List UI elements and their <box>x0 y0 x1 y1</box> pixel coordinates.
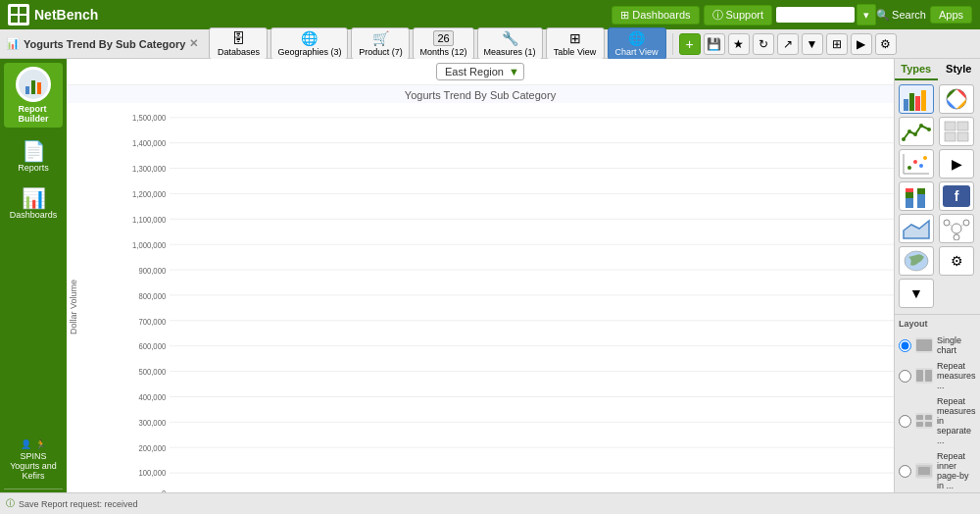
svg-text:1,400,000: 1,400,000 <box>132 137 166 148</box>
svg-line-165 <box>961 225 963 226</box>
measures-icon: 🔧 <box>502 30 518 46</box>
svg-rect-156 <box>906 188 913 192</box>
color-wheel-icon[interactable] <box>939 84 974 114</box>
region-dropdown[interactable]: East Region ▼ <box>436 63 524 80</box>
dashboards-btn[interactable]: ⊞ Dashboards <box>612 6 699 25</box>
svg-text:1,200,000: 1,200,000 <box>132 188 166 199</box>
save-btn[interactable]: 💾 <box>704 33 725 55</box>
search-input[interactable] <box>776 7 855 23</box>
facebook-icon[interactable]: f <box>939 181 974 211</box>
sidebar-item-dashboards[interactable]: 📊 Dashboards <box>4 180 63 226</box>
tab-chart-view[interactable]: 🌐 Chart View <box>608 27 666 60</box>
chevron-down-icon[interactable]: ▼ <box>899 279 934 308</box>
svg-rect-148 <box>945 132 956 141</box>
star-btn[interactable]: ★ <box>728 33 750 55</box>
tab-style[interactable]: Style <box>938 59 981 80</box>
toolbar-separator <box>672 33 673 55</box>
svg-rect-172 <box>925 415 932 420</box>
chart-type-icons: ▶ f <box>895 80 980 312</box>
chart-area: East Region ▼ Yogurts Trend By Sub Categ… <box>67 59 894 514</box>
bar-chart-icon[interactable] <box>899 84 934 114</box>
region-dropdown-arrow: ▼ <box>509 66 519 77</box>
chart-header: East Region ▼ <box>67 59 894 85</box>
svg-rect-147 <box>957 122 968 130</box>
sidebar-item-spins[interactable]: 👤 🏃 SPINSYogurts andKefirs <box>4 434 63 487</box>
map-icon[interactable] <box>899 246 934 276</box>
svg-rect-1 <box>20 7 26 14</box>
layout-repeat-inner[interactable]: Repeat inner page-by in ... <box>895 448 980 493</box>
svg-rect-168 <box>916 339 932 351</box>
tab-table-view[interactable]: ⊞ Table View <box>546 27 605 60</box>
grid-chart-icon[interactable] <box>939 117 974 146</box>
geographies-icon: 🌐 <box>301 30 318 46</box>
apps-btn[interactable]: Apps <box>930 6 972 24</box>
area-chart-icon[interactable] <box>899 214 934 243</box>
tab-months[interactable]: 26 Months (12) <box>413 27 473 60</box>
tab-chart-view-label: Chart View <box>615 47 659 57</box>
svg-rect-5 <box>25 86 29 94</box>
layout-single[interactable]: Single chart <box>895 333 980 358</box>
svg-rect-149 <box>957 132 968 141</box>
layout-repeat-separate-radio[interactable] <box>899 415 911 428</box>
refresh-btn[interactable]: ↻ <box>753 33 774 55</box>
logo-icon <box>8 4 29 26</box>
dashboards-label: Dashboards <box>632 9 690 21</box>
play-btn[interactable]: ▶ <box>851 33 872 55</box>
search-icon: 🔍 <box>876 9 890 22</box>
svg-point-141 <box>902 137 906 141</box>
svg-text:300,000: 300,000 <box>138 417 166 428</box>
tab-product[interactable]: 🛒 Product (7) <box>351 27 410 60</box>
svg-point-160 <box>952 224 961 233</box>
layout-repeat-inner-label: Repeat inner page-by in ... <box>937 451 976 490</box>
tab-table-view-label: Table View <box>554 47 596 57</box>
tab-types[interactable]: Types <box>895 59 938 80</box>
svg-text:100,000: 100,000 <box>138 467 166 478</box>
svg-rect-146 <box>945 122 956 130</box>
top-navigation: NetBench ⊞ Dashboards ⓘ Support ▾ 🔍 Sear… <box>0 0 980 29</box>
dashboards-sidebar-label: Dashboards <box>10 210 58 220</box>
search-button[interactable]: 🔍 Search <box>876 9 926 22</box>
layout-single-radio[interactable] <box>899 339 911 352</box>
close-icon[interactable]: ✕ <box>189 37 198 50</box>
layout-repeat-measures-radio[interactable] <box>899 370 911 383</box>
svg-point-144 <box>919 124 923 128</box>
scatter-chart-icon[interactable] <box>899 149 934 179</box>
report-builder-icon <box>16 67 51 102</box>
layout-repeat-separate[interactable]: Repeat measures in separate ... <box>895 393 980 448</box>
layout-repeat-inner-radio[interactable] <box>899 465 911 478</box>
tab-databases[interactable]: 🗄 Databases <box>209 27 268 60</box>
chevron-right-icon[interactable]: ▶ <box>939 149 974 179</box>
search-label: Search <box>892 9 926 21</box>
layout-repeat-inner-icon <box>915 463 933 479</box>
support-btn[interactable]: ⓘ Support <box>704 5 773 26</box>
app-logo: NetBench <box>8 4 98 26</box>
grid-btn[interactable]: ⊞ <box>826 33 848 55</box>
filter-btn[interactable]: ▼ <box>802 33 823 55</box>
share-btn[interactable]: ↗ <box>777 33 799 55</box>
settings-btn[interactable]: ⚙ <box>875 33 897 55</box>
search-dropdown[interactable]: ▾ <box>857 4 876 26</box>
add-btn[interactable]: + <box>679 33 701 55</box>
svg-text:900,000: 900,000 <box>138 265 166 276</box>
svg-point-152 <box>919 164 923 168</box>
layout-repeat-measures[interactable]: Repeat measures ... <box>895 358 980 393</box>
chart-icon: 📊 <box>6 37 20 50</box>
support-icon: ⓘ <box>712 8 723 23</box>
tab-geographies[interactable]: 🌐 Geographies (3) <box>270 27 348 60</box>
line-chart-icon[interactable] <box>899 117 934 146</box>
svg-text:200,000: 200,000 <box>138 442 166 453</box>
stacked-bar-icon[interactable] <box>899 181 934 211</box>
reports-icon: 📄 <box>22 139 46 163</box>
network-icon[interactable] <box>939 214 974 243</box>
gear-icon[interactable]: ⚙ <box>939 246 974 276</box>
layout-section-label: Layout <box>895 314 980 333</box>
tab-measures[interactable]: 🔧 Measures (1) <box>477 27 543 60</box>
main-toolbar: 📊 Yogurts Trend By Sub Category ✕ 🗄 Data… <box>0 29 980 59</box>
svg-text:400,000: 400,000 <box>138 391 166 402</box>
report-builder-btn[interactable]: ReportBuilder <box>4 63 63 128</box>
layout-repeat-separate-icon <box>915 413 933 429</box>
chart-svg: 1,500,000 1,400,000 1,300,000 1,200,000 … <box>121 103 894 514</box>
report-builder-label: ReportBuilder <box>18 104 48 124</box>
svg-point-151 <box>913 160 917 164</box>
sidebar-item-reports[interactable]: 📄 Reports <box>4 133 63 179</box>
